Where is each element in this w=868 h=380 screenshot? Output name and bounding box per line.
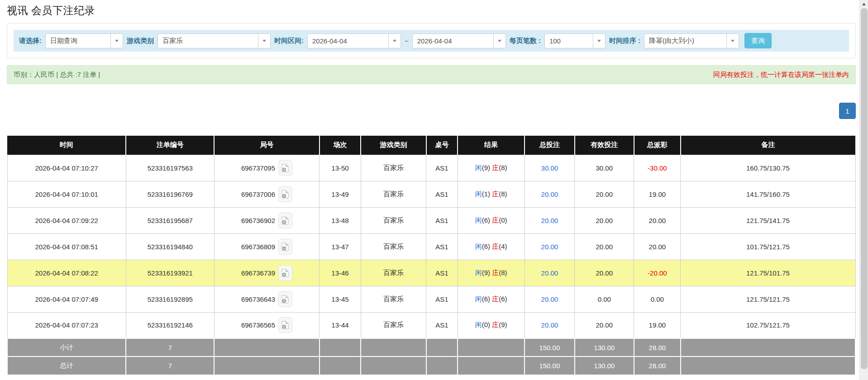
result-banker: 庄	[492, 242, 499, 250]
total-count: 7	[126, 356, 214, 375]
cell-bet-id: 523316197563	[126, 155, 214, 181]
cell-session: 13-47	[320, 233, 361, 260]
cell-remark: 101.75/121.75	[681, 233, 855, 260]
sort-order-label: 时间排序 :	[609, 37, 640, 45]
cell-game-type: 百家乐	[361, 207, 426, 233]
cell-time: 2026-04-04 07:09:22	[7, 207, 126, 233]
total-payout: 28.00	[634, 356, 681, 375]
summary-bar: 币别：人民币 | 总共 :7 注单 | 同局有效投注，统一计算在该局第一张注单内	[7, 65, 856, 84]
cell-round-id: 696737006	[214, 181, 319, 207]
date-from-select[interactable]: 2026-04-04	[307, 33, 401, 48]
scroll-up-icon[interactable]	[860, 0, 868, 8]
result-player: 闲	[475, 164, 482, 171]
subtotal-row: 小计7150.00130.0028.00	[7, 338, 855, 356]
page-button-1[interactable]: 1	[839, 103, 856, 119]
page-size-select[interactable]: 100	[544, 33, 606, 48]
video-replay-button[interactable]	[278, 213, 292, 228]
table-footer: 小计7150.00130.0028.00总计7150.00130.0028.00	[7, 338, 855, 375]
cell-valid-bet: 20.00	[575, 312, 634, 338]
result-banker: 庄	[492, 321, 499, 328]
cell-session: 13-44	[320, 312, 361, 338]
total-label: 总计	[7, 356, 126, 375]
cell-result: 闲(6) 庄(4)	[458, 233, 525, 260]
result-banker-score: (4)	[499, 242, 507, 250]
cell-result: 闲(6) 庄(0)	[458, 207, 525, 233]
column-header: 时间	[7, 136, 126, 155]
currency-summary-text: 币别：人民币 | 总共 :7 注单 |	[14, 71, 100, 79]
result-player: 闲	[475, 242, 482, 250]
cell-payout: 19.00	[634, 181, 681, 207]
column-header: 局号	[214, 136, 319, 155]
chevron-down-icon	[593, 34, 605, 48]
cell-total-bet: 20.00	[525, 233, 575, 260]
search-button[interactable]: 查询	[744, 33, 772, 48]
video-replay-button[interactable]	[278, 265, 292, 281]
cell-remark: 160.75/130.75	[681, 155, 855, 181]
video-replay-button[interactable]	[278, 291, 292, 307]
sort-order-select[interactable]: 降幂(由大到小)	[644, 33, 739, 48]
subtotal-payout: 28.00	[634, 338, 681, 356]
result-banker: 庄	[492, 164, 499, 171]
result-player-score: (9)	[482, 269, 490, 276]
total-row: 总计7150.00130.0028.00	[7, 356, 855, 375]
table-row: 2026-04-04 07:09:22523316195687696736902…	[7, 207, 855, 233]
result-player-score: (0)	[482, 321, 490, 328]
cell-bet-id: 523316193921	[126, 260, 214, 286]
date-to-value: 2026-04-04	[413, 37, 493, 45]
cell-session: 13-50	[320, 155, 361, 181]
subtotal-valid-bet: 130.00	[575, 338, 634, 356]
cell-session: 13-48	[320, 207, 361, 233]
round-number: 696736809	[241, 243, 275, 251]
result-player-score: (1)	[482, 190, 490, 198]
cell-time: 2026-04-04 07:10:01	[7, 181, 126, 207]
cell-total-bet: 30.00	[525, 155, 575, 181]
cell-payout: 19.00	[634, 312, 681, 338]
subtotal-count: 7	[126, 338, 214, 356]
date-range-separator: ~	[405, 37, 409, 45]
total-valid-bet: 130.00	[575, 356, 634, 375]
vertical-scrollbar[interactable]	[859, 0, 868, 380]
cell-game-type: 百家乐	[361, 181, 426, 207]
date-to-select[interactable]: 2026-04-04	[412, 33, 506, 48]
result-player: 闲	[475, 216, 482, 224]
result-player-score: (6)	[482, 295, 490, 303]
video-replay-button[interactable]	[278, 186, 292, 202]
cell-session: 13-45	[320, 286, 361, 312]
query-type-value: 日期查询	[46, 37, 110, 45]
table-row: 2026-04-04 07:07:23523316192146696736565…	[7, 312, 855, 338]
records-table: 时间注单编号局号场次游戏类别桌号结果总投注有效投注总派彩备注 2026-04-0…	[7, 136, 856, 375]
cell-bet-id: 523316192146	[126, 312, 214, 338]
table-body: 2026-04-04 07:10:27523316197563696737095…	[7, 155, 855, 338]
column-header: 备注	[681, 136, 855, 155]
date-from-value: 2026-04-04	[308, 37, 388, 45]
result-banker: 庄	[492, 295, 499, 303]
result-banker-score: (8)	[499, 190, 507, 198]
column-header: 有效投注	[575, 136, 634, 155]
subtotal-total-bet: 150.00	[525, 338, 575, 356]
cell-time: 2026-04-04 07:07:49	[7, 286, 126, 312]
video-file-icon	[281, 242, 289, 251]
cell-bet-id: 523316196769	[126, 181, 214, 207]
table-row: 2026-04-04 07:10:01523316196769696737006…	[7, 181, 855, 207]
cell-time: 2026-04-04 07:08:51	[7, 233, 126, 260]
video-file-icon	[281, 164, 289, 172]
video-replay-button[interactable]	[278, 160, 292, 176]
result-banker-score: (8)	[499, 164, 507, 171]
video-replay-button[interactable]	[278, 239, 292, 255]
cell-result: 闲(1) 庄(8)	[458, 181, 525, 207]
cell-valid-bet: 20.00	[575, 260, 634, 286]
table-header-row: 时间注单编号局号场次游戏类别桌号结果总投注有效投注总派彩备注	[7, 136, 855, 155]
chevron-down-icon	[726, 34, 739, 48]
cell-bet-id: 523316195687	[126, 207, 214, 233]
cell-total-bet: 20.00	[525, 207, 575, 233]
query-type-select[interactable]: 日期查询	[45, 33, 123, 48]
cell-game-type: 百家乐	[361, 286, 426, 312]
scrollbar-thumb[interactable]	[861, 8, 868, 369]
video-replay-button[interactable]	[278, 317, 292, 333]
game-type-select[interactable]: 百家乐	[157, 33, 271, 48]
result-player-score: (6)	[482, 242, 490, 250]
cell-time: 2026-04-04 07:07:23	[7, 312, 126, 338]
cell-time: 2026-04-04 07:10:27	[7, 155, 126, 181]
chevron-down-icon	[388, 34, 401, 48]
video-file-icon	[281, 321, 289, 329]
